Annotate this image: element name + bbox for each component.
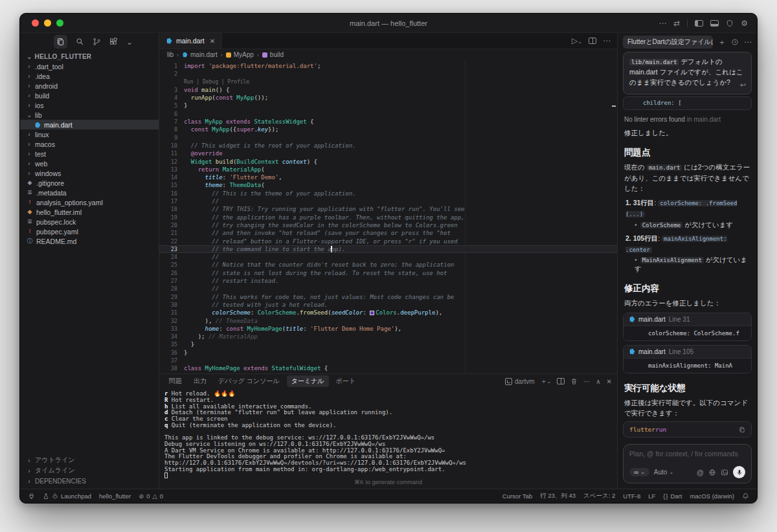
code-line-20[interactable]: 20 // try changing the seedColor in the … [159, 221, 617, 229]
os-item[interactable]: macOS (darwin) [690, 493, 734, 500]
code-line-13[interactable]: 13 return MaterialApp( [159, 166, 617, 173]
project-name-item[interactable]: hello_flutter [99, 493, 131, 500]
language-mode-item[interactable]: { }Dart [663, 493, 682, 500]
tree-item--metadata[interactable]: ≣.metadata [20, 188, 159, 197]
sidebar-section--[interactable]: ›アウトライン [20, 455, 159, 465]
code-line-22[interactable]: 22 // reload" button in a Flutter-suppor… [159, 238, 617, 245]
code-line-30[interactable]: 30 // tested with just a hot reload. [159, 301, 617, 309]
tree-item-lib[interactable]: ⌄lib [20, 110, 159, 120]
code-line-19[interactable]: 19 // the application has a purple toolb… [159, 214, 617, 221]
tree-item-analysis-options-yaml[interactable]: !analysis_options.yaml [20, 197, 159, 207]
code-line-38[interactable]: 38class MyHomePage extends StatefulWidge… [159, 364, 617, 372]
code-line-24[interactable]: 24 // [159, 253, 617, 261]
encoding-item[interactable]: UTF-8 [623, 493, 640, 500]
chat-input[interactable]: Plan, @ for context, / for commands ∞⌄ A… [623, 444, 752, 483]
web-globe-icon[interactable] [708, 469, 716, 476]
code-snippet-card[interactable]: children: [ [623, 96, 752, 110]
tree-item-ios[interactable]: ›ios [20, 100, 159, 110]
extensions-icon[interactable] [109, 38, 118, 46]
tree-item-test[interactable]: ›test [20, 149, 159, 159]
code-line-8[interactable]: 8 const MyApp({super.key}); [159, 126, 617, 133]
chevron-down-icon[interactable]: ⌄ [126, 38, 133, 46]
tree-item-macos[interactable]: ›macos [20, 139, 159, 149]
tab-main-dart[interactable]: main.dart ✕ [159, 33, 222, 49]
bell-icon[interactable] [742, 493, 749, 500]
explorer-icon[interactable] [54, 35, 67, 49]
minimize-window-button[interactable] [44, 19, 51, 27]
breadcrumb-class[interactable]: MyApp [226, 51, 254, 58]
user-message[interactable]: lib/main.dart デフォルトの main.dart ファイルですが、こ… [623, 52, 752, 94]
breadcrumb-lib[interactable]: lib [167, 51, 174, 58]
mention-icon[interactable]: @ [697, 469, 704, 476]
code-line-12[interactable]: 12 Widget build(BuildContext context) { [159, 158, 617, 166]
tree-item--idea[interactable]: ›.idea [20, 71, 159, 81]
search-icon[interactable] [76, 38, 84, 46]
toggle-panel-icon[interactable] [710, 20, 719, 27]
code-line-27[interactable]: 27 // restart instead. [159, 277, 617, 285]
eol-item[interactable]: LF [648, 493, 655, 500]
copy-icon[interactable] [739, 427, 745, 433]
codelens-actions[interactable]: Run | Debug | Profile [177, 78, 249, 86]
tree-item-linux[interactable]: ›linux [20, 129, 159, 139]
launchpad-item[interactable]: Launchpad [43, 493, 91, 500]
code-line-39[interactable]: 39 const MyHomePage({super.key, required… [159, 373, 617, 374]
gear-icon[interactable]: ⚙ [741, 19, 748, 27]
code-line-21[interactable]: 21 // and then invoke "hot reload" (save… [159, 229, 617, 237]
tree-item-windows[interactable]: ›windows [20, 168, 159, 178]
panel-tab-デバッグ コンソール[interactable]: デバッグ コンソール [214, 375, 284, 387]
shield-icon[interactable] [726, 19, 734, 27]
codelens-row[interactable]: Run | Debug | Profile [159, 78, 617, 86]
tree-item--gitignore[interactable]: ◆.gitignore [20, 178, 159, 188]
code-line-18[interactable]: 18 // TRY THIS: Try running your applica… [159, 205, 617, 213]
panel-tab-問題[interactable]: 問題 [164, 375, 186, 387]
project-root-row[interactable]: ⌄ HELLO_FLUTTER [20, 50, 159, 61]
tree-item-hello-flutter-iml[interactable]: ◆hello_flutter.iml [20, 207, 159, 217]
code-line-35[interactable]: 35 } [159, 340, 617, 348]
source-control-icon[interactable] [93, 38, 101, 46]
code-line-29[interactable]: 29 // This works for code too, not just … [159, 293, 617, 301]
code-line-9[interactable]: 9 [159, 134, 617, 142]
code-line-28[interactable]: 28 // [159, 285, 617, 293]
breadcrumb-file[interactable]: main.dart [182, 51, 218, 58]
code-line-11[interactable]: 11 @override [159, 150, 617, 157]
code-line-16[interactable]: 16 // This is the theme of your applicat… [159, 190, 617, 197]
remote-indicator-icon[interactable] [28, 493, 35, 500]
chat-title[interactable]: FlutterとDartの設定ファイルについ [623, 36, 713, 49]
code-line-1[interactable]: 1import 'package:flutter/material.dart'; [159, 62, 617, 70]
more-actions-icon[interactable]: ⋯ [659, 19, 666, 27]
tree-item-build[interactable]: ›build [20, 91, 159, 100]
code-line-36[interactable]: 36} [159, 349, 617, 357]
code-line-34[interactable]: 34 ); // MaterialApp [159, 333, 617, 340]
tree-item-readme-md[interactable]: ⓘREADME.md [20, 236, 159, 246]
code-line-15[interactable]: 15 theme: ThemeData( [159, 181, 617, 189]
code-line-32[interactable]: 32 ), // ThemeData [159, 317, 617, 325]
problems-item[interactable]: ⊘0 △0 [139, 493, 163, 500]
new-terminal-icon[interactable]: ＋⌄ [541, 377, 552, 386]
code-line-33[interactable]: 33 home: const MyHomePage(title: 'Flutte… [159, 325, 617, 333]
restore-checkpoint-icon[interactable]: ↩ [740, 80, 746, 91]
code-line-31[interactable]: 31 colorScheme: ColorScheme.fromSeed(see… [159, 309, 617, 316]
toggle-sidebar-icon[interactable] [695, 20, 703, 27]
chat-scroll-area[interactable]: lib/main.dart デフォルトの main.dart ファイルですが、こ… [618, 50, 757, 440]
panel-tab-ポート[interactable]: ポート [332, 375, 360, 387]
sidebar-section--[interactable]: ›タイムライン [20, 465, 159, 476]
terminal-process[interactable]: dartvm [505, 378, 535, 385]
tree-item-pubspec-lock[interactable]: ≣pubspec.lock [20, 217, 159, 227]
panel-tab-出力[interactable]: 出力 [189, 375, 211, 387]
split-terminal-icon[interactable] [557, 378, 565, 384]
close-panel-icon[interactable]: ✕ [607, 378, 612, 385]
file-reference-chip[interactable]: lib/main.dart [629, 59, 679, 65]
editor-more-icon[interactable]: ⋯ [603, 37, 611, 45]
code-line-37[interactable]: 37 [159, 357, 617, 364]
agent-mode-pill[interactable]: ∞⌄ [629, 468, 649, 476]
code-editor[interactable]: 1import 'package:flutter/material.dart';… [159, 60, 617, 373]
run-button[interactable]: ▷⌄ [572, 37, 582, 45]
cursor-tab-item[interactable]: Cursor Tab [502, 493, 532, 500]
trash-icon[interactable] [570, 378, 578, 385]
code-line-5[interactable]: 5} [159, 102, 617, 109]
terminal-output[interactable]: r Hot reload. 🔥🔥🔥R Hot restart.h List al… [159, 388, 617, 479]
image-icon[interactable] [721, 469, 728, 476]
code-line-23[interactable]: 23 // the command line to start the app)… [159, 245, 617, 253]
indentation-item[interactable]: スペース: 2 [583, 492, 615, 500]
code-line-10[interactable]: 10 // This widget is the root of your ap… [159, 142, 617, 150]
